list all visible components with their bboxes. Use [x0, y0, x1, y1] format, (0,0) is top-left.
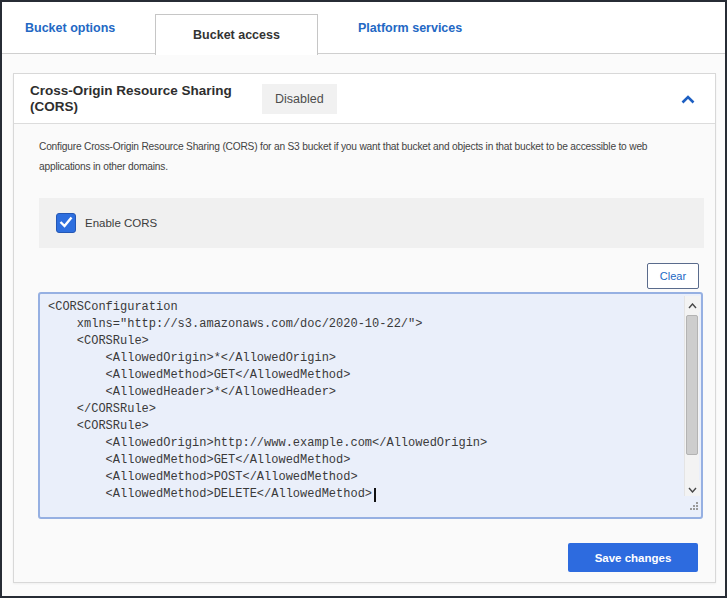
tab-label: Platform services: [358, 21, 462, 35]
scroll-down-button[interactable]: [685, 480, 700, 496]
editor-scrollbar[interactable]: [684, 296, 699, 496]
tab-bucket-access[interactable]: Bucket access: [155, 14, 318, 55]
collapse-section-button[interactable]: [681, 90, 695, 108]
tab-label: Bucket options: [25, 21, 115, 35]
scroll-up-arrow-icon: [688, 295, 697, 313]
enable-cors-checkbox[interactable]: [56, 213, 76, 233]
clear-button[interactable]: Clear: [647, 263, 699, 289]
clear-button-label: Clear: [660, 270, 686, 282]
cors-description: Configure Cross-Origin Resource Sharing …: [39, 137, 699, 177]
chevron-up-icon: [681, 90, 695, 108]
resize-grip-icon[interactable]: [689, 496, 698, 514]
tab-platform-services[interactable]: Platform services: [358, 2, 462, 54]
bucket-configuration-window: Bucket options Bucket access Platform se…: [0, 0, 727, 598]
tab-label: Bucket access: [193, 28, 280, 42]
scrollbar-thumb[interactable]: [686, 315, 698, 455]
tab-bucket-options[interactable]: Bucket options: [25, 2, 115, 54]
cors-panel: Cross-Origin Resource Sharing (CORS) Dis…: [13, 73, 716, 583]
status-badge: Disabled: [262, 84, 337, 114]
tab-bar: Bucket options Bucket access Platform se…: [2, 2, 725, 54]
enable-cors-row: Enable CORS: [39, 198, 704, 248]
scroll-up-button[interactable]: [685, 296, 700, 312]
cors-panel-header: Cross-Origin Resource Sharing (CORS) Dis…: [14, 74, 715, 124]
cors-panel-title: Cross-Origin Resource Sharing (CORS): [30, 83, 248, 115]
save-changes-label: Save changes: [595, 552, 672, 564]
scroll-down-arrow-icon: [688, 479, 697, 497]
cors-configuration-textarea[interactable]: <CORSConfiguration xmlns="http://s3.amaz…: [38, 292, 703, 519]
text-caret: [374, 488, 376, 502]
cors-configuration-xml: <CORSConfiguration xmlns="http://s3.amaz…: [40, 294, 701, 508]
checkmark-icon: [59, 214, 73, 232]
save-changes-button[interactable]: Save changes: [568, 543, 698, 572]
enable-cors-label: Enable CORS: [85, 217, 157, 229]
